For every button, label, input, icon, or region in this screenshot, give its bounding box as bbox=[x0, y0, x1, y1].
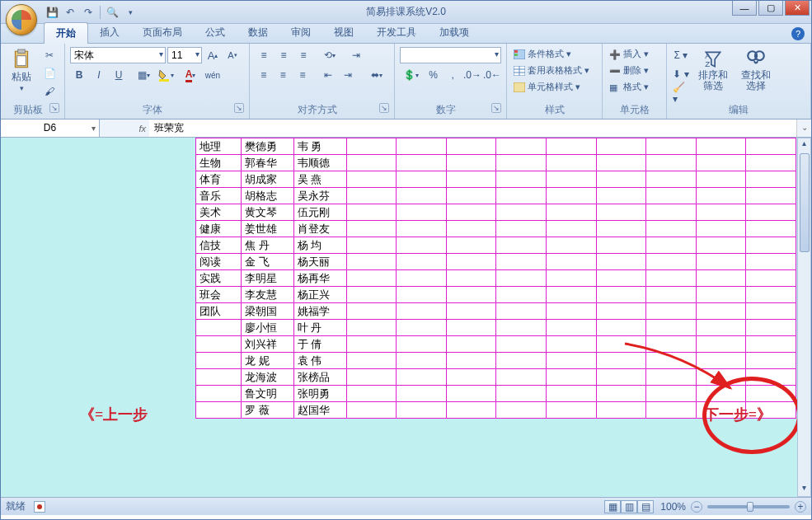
cell[interactable]: 信技 bbox=[196, 237, 242, 254]
cell[interactable]: 杨再华 bbox=[294, 270, 347, 287]
cell[interactable] bbox=[496, 188, 547, 204]
office-button[interactable] bbox=[6, 4, 37, 35]
cell[interactable]: 金 飞 bbox=[242, 254, 294, 270]
paste-button[interactable]: 粘贴 ▾ bbox=[6, 47, 37, 101]
cell[interactable] bbox=[596, 221, 646, 237]
cell[interactable]: 龙 妮 bbox=[242, 353, 294, 369]
cell[interactable] bbox=[397, 320, 447, 336]
cell[interactable] bbox=[646, 402, 697, 419]
cell[interactable] bbox=[346, 171, 397, 188]
cell[interactable] bbox=[746, 221, 796, 237]
cell[interactable] bbox=[646, 303, 697, 320]
cell[interactable] bbox=[397, 138, 447, 155]
print-preview-icon[interactable]: 🔍 bbox=[106, 6, 119, 19]
cell[interactable] bbox=[346, 303, 397, 320]
zoom-level[interactable]: 100% bbox=[660, 501, 686, 513]
cell[interactable] bbox=[446, 254, 496, 270]
scroll-down-icon[interactable]: ▾ bbox=[798, 483, 810, 496]
cell[interactable] bbox=[397, 336, 447, 353]
cell[interactable]: 姚福学 bbox=[294, 303, 347, 320]
fill-icon[interactable]: ⬇ ▾ bbox=[672, 66, 690, 82]
cell[interactable] bbox=[646, 254, 697, 270]
cell[interactable] bbox=[596, 254, 646, 270]
cell[interactable] bbox=[696, 204, 746, 221]
cell[interactable] bbox=[646, 221, 697, 237]
cell[interactable] bbox=[596, 386, 646, 402]
cell[interactable]: 实践 bbox=[196, 270, 242, 287]
cell[interactable] bbox=[646, 237, 697, 254]
cell[interactable] bbox=[446, 204, 496, 221]
clear-icon[interactable]: 🧹▾ bbox=[672, 85, 690, 101]
cell[interactable] bbox=[546, 188, 596, 204]
cell[interactable] bbox=[397, 171, 447, 188]
cell[interactable] bbox=[546, 287, 596, 303]
cell[interactable] bbox=[596, 369, 646, 386]
align-right-icon[interactable]: ≡ bbox=[293, 67, 312, 83]
cell[interactable] bbox=[546, 270, 596, 287]
cell[interactable] bbox=[746, 270, 796, 287]
cell[interactable] bbox=[696, 303, 746, 320]
cell[interactable]: 地理 bbox=[196, 138, 242, 155]
cell[interactable] bbox=[746, 320, 796, 336]
cell[interactable] bbox=[746, 237, 796, 254]
cell[interactable] bbox=[496, 287, 547, 303]
cell[interactable] bbox=[696, 270, 746, 287]
cut-icon[interactable]: ✂ bbox=[40, 47, 59, 63]
cell[interactable]: 焦 丹 bbox=[242, 237, 294, 254]
cell[interactable]: 韦顺德 bbox=[294, 155, 347, 171]
cell[interactable] bbox=[746, 369, 796, 386]
macro-record-icon[interactable] bbox=[34, 501, 45, 513]
cell[interactable] bbox=[346, 221, 397, 237]
cell[interactable] bbox=[397, 287, 447, 303]
cell[interactable] bbox=[596, 237, 646, 254]
cell[interactable] bbox=[446, 221, 496, 237]
cell[interactable] bbox=[496, 336, 547, 353]
cell[interactable] bbox=[646, 171, 697, 188]
cell[interactable]: 赵国华 bbox=[294, 402, 347, 419]
minimize-button[interactable]: — bbox=[732, 1, 757, 16]
cell[interactable] bbox=[496, 402, 547, 419]
font-dialog-icon[interactable]: ↘ bbox=[234, 103, 244, 113]
cell[interactable]: 团队 bbox=[196, 303, 242, 320]
zoom-out-icon[interactable]: − bbox=[691, 501, 702, 513]
cell[interactable] bbox=[596, 336, 646, 353]
cell[interactable] bbox=[496, 320, 547, 336]
cell[interactable] bbox=[596, 171, 646, 188]
sort-filter-button[interactable]: AZ 排序和 筛选 bbox=[693, 47, 733, 101]
cell[interactable] bbox=[346, 254, 397, 270]
cell[interactable] bbox=[546, 336, 596, 353]
italic-icon[interactable]: I bbox=[90, 67, 108, 83]
cell[interactable]: 吴永芬 bbox=[294, 188, 347, 204]
cell[interactable]: 张明勇 bbox=[294, 386, 347, 402]
cell[interactable] bbox=[646, 138, 697, 155]
cell[interactable] bbox=[446, 336, 496, 353]
cell[interactable]: 肖登友 bbox=[294, 221, 347, 237]
cell[interactable] bbox=[546, 353, 596, 369]
cell[interactable] bbox=[596, 188, 646, 204]
cell[interactable]: 吴 燕 bbox=[294, 171, 347, 188]
font-name-select[interactable]: 宋体 bbox=[70, 47, 166, 63]
align-center-icon[interactable]: ≡ bbox=[275, 67, 293, 83]
cell[interactable] bbox=[696, 237, 746, 254]
cell[interactable]: 樊德勇 bbox=[242, 138, 294, 155]
zoom-in-icon[interactable]: + bbox=[795, 501, 806, 513]
cell[interactable] bbox=[746, 336, 796, 353]
cell[interactable] bbox=[196, 336, 242, 353]
tab-formula[interactable]: 公式 bbox=[194, 22, 237, 43]
comma-icon[interactable]: , bbox=[444, 67, 462, 83]
cell[interactable] bbox=[496, 204, 547, 221]
table-format-button[interactable]: 套用表格格式 ▾ bbox=[512, 63, 597, 77]
cell[interactable]: 李友慧 bbox=[242, 287, 294, 303]
cell[interactable] bbox=[546, 254, 596, 270]
cell[interactable]: 刘兴祥 bbox=[242, 336, 294, 353]
cell[interactable]: 杨天丽 bbox=[294, 254, 347, 270]
cell[interactable] bbox=[746, 171, 796, 188]
cell[interactable] bbox=[546, 138, 596, 155]
cell[interactable]: 廖小恒 bbox=[242, 320, 294, 336]
cell[interactable] bbox=[546, 386, 596, 402]
cell[interactable] bbox=[696, 254, 746, 270]
decrease-indent-icon[interactable]: ⇤ bbox=[320, 67, 338, 83]
cell[interactable] bbox=[346, 188, 397, 204]
cell[interactable] bbox=[446, 386, 496, 402]
cell[interactable] bbox=[696, 336, 746, 353]
